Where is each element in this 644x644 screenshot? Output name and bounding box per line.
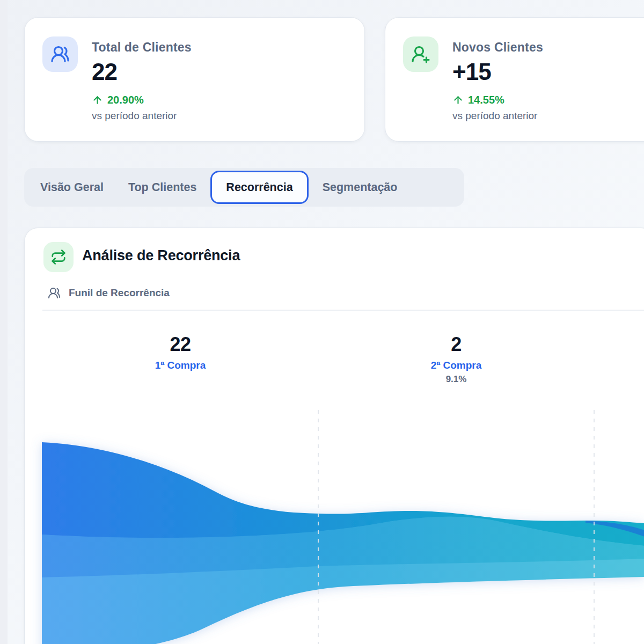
arrow-up-icon <box>452 94 464 106</box>
users-round-icon <box>42 36 78 72</box>
stat-note: vs período anterior <box>92 110 192 122</box>
stage-label: 2ª Compra <box>392 360 521 371</box>
stage-label: 1ª Compra <box>116 360 245 371</box>
user-round-plus-icon <box>403 36 438 72</box>
tab-visao-geral[interactable]: Visão Geral <box>28 168 116 207</box>
repeat-icon <box>43 242 74 272</box>
dashboard-page: Total de Clientes 22 20.90% vs período a… <box>0 0 644 644</box>
funnel-section-title: Funil de Recorrência <box>69 287 170 299</box>
stat-card-total-clientes: Total de Clientes 22 20.90% vs período a… <box>24 17 365 142</box>
funnel-section-header: Funil de Recorrência <box>48 287 170 299</box>
stage-value: 2 <box>392 334 521 355</box>
arrow-up-icon <box>92 94 103 106</box>
stat-value: +15 <box>452 58 543 85</box>
stat-title: Total de Clientes <box>92 39 192 55</box>
stage-conversion-pct: 9.1% <box>392 374 521 385</box>
tab-top-clientes[interactable]: Top Clientes <box>116 168 209 207</box>
stat-delta: 20.90% <box>92 94 192 106</box>
stat-delta-value: 14.55% <box>468 94 504 106</box>
stat-delta: 14.55% <box>452 94 543 106</box>
analysis-card-title: Análise de Recorrência <box>82 247 240 264</box>
analytics-tabbar: Visão Geral Top Clientes Recorrência Seg… <box>24 168 464 207</box>
stat-value: 22 <box>92 58 192 85</box>
divider <box>42 310 644 311</box>
funnel-stage-2: 2 2ª Compra 9.1% <box>392 334 521 385</box>
users-round-icon <box>48 287 61 299</box>
recurrence-analysis-card: Análise de Recorrência Funil de Recorrên… <box>24 228 644 644</box>
stat-delta-value: 20.90% <box>107 94 144 106</box>
recurrence-funnel-chart <box>25 406 644 644</box>
funnel-stage-1: 22 1ª Compra <box>116 334 245 371</box>
stat-card-novos-clientes: Novos Clientes +15 14.55% vs período ant… <box>385 17 644 142</box>
tab-recorrencia[interactable]: Recorrência <box>210 171 308 204</box>
stat-title: Novos Clientes <box>452 39 543 55</box>
stat-note: vs período anterior <box>452 110 543 122</box>
stage-value: 22 <box>116 334 245 355</box>
left-edge-strip <box>0 0 8 644</box>
tab-segmentacao[interactable]: Segmentação <box>310 168 410 207</box>
